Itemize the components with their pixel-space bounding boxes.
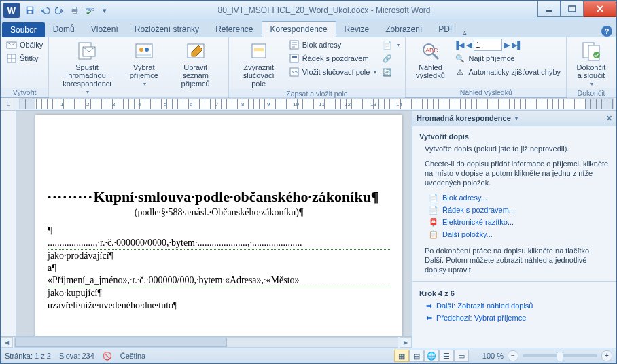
horizontal-ruler[interactable]: 1234567891011121314 [19, 98, 614, 109]
svg-rect-1 [28, 7, 33, 10]
record-number-input[interactable] [474, 39, 502, 51]
undo-icon[interactable] [39, 4, 51, 16]
zoom-in-button[interactable]: + [601, 350, 612, 361]
tab-home[interactable]: Domů [45, 22, 83, 37]
pane-link-greeting[interactable]: 📄Řádek s pozdravem... [429, 205, 610, 215]
insert-field-icon: «» [289, 67, 300, 77]
labels-icon [6, 53, 17, 64]
tab-view[interactable]: Zobrazení [377, 22, 430, 37]
pane-close-icon[interactable]: ✕ [606, 114, 612, 123]
update-labels-button[interactable]: 🔄 [381, 66, 401, 78]
start-merge-icon [76, 40, 98, 62]
view-outline[interactable]: ☰ [439, 350, 454, 362]
check-errors-button[interactable]: ⚠Automaticky zjišťovat chyby [453, 66, 562, 78]
pane-link-address-block[interactable]: 📄Blok adresy... [429, 193, 610, 202]
tab-references[interactable]: Reference [207, 22, 261, 37]
page-icon: 📄 [429, 205, 438, 215]
preview-results-button[interactable]: ABCNáhled výsledků [410, 39, 451, 81]
view-web[interactable]: 🌐 [424, 350, 439, 362]
scroll-thumb[interactable] [15, 338, 227, 347]
select-recipients-button[interactable]: Vybrat příjemce▾ [124, 39, 164, 88]
zoom-slider[interactable] [523, 354, 597, 357]
svg-text:ABC: ABC [86, 7, 94, 12]
redo-icon[interactable] [54, 4, 66, 16]
insert-field-button[interactable]: «»Vložit slučovací pole▾ [287, 66, 378, 78]
pane-link-3-label: Další položky... [442, 230, 493, 239]
svg-point-16 [139, 48, 143, 52]
view-draft[interactable]: ▭ [454, 350, 469, 362]
pane-link-more[interactable]: 📋Další položky... [429, 230, 610, 239]
scroll-track[interactable] [14, 337, 398, 348]
tab-pdf[interactable]: PDF [430, 22, 463, 37]
find-recipient-button[interactable]: 🔍Najít příjemce [453, 52, 562, 65]
spellcheck-icon[interactable]: ABC [84, 4, 96, 16]
close-button[interactable] [584, 1, 616, 17]
address-block-icon [289, 39, 300, 50]
horizontal-scrollbar[interactable]: ◀ ▶ [1, 336, 412, 348]
last-record-icon[interactable]: ▶▌ [512, 41, 523, 50]
pane-link-1-label: Řádek s pozdravem... [442, 205, 515, 215]
zoom-level[interactable]: 100 % [482, 352, 504, 360]
view-fullscreen[interactable]: ▤ [409, 350, 424, 362]
task-pane-title: Hromadná korespondence [417, 114, 511, 122]
pane-prev-link[interactable]: ⬅Předchozí: Vybrat příjemce [426, 313, 610, 323]
qat-dropdown-icon[interactable]: ▾ [99, 4, 111, 16]
status-words[interactable]: Slova: 234 [59, 352, 94, 360]
tab-review[interactable]: Revize [336, 22, 378, 37]
address-block-button[interactable]: Blok adresy [287, 39, 378, 51]
group-preview: ABCNáhled výsledků ▐◀ ◀ ▶ ▶▌ 🔍Najít příj… [406, 37, 567, 97]
minimize-ribbon-icon[interactable]: ▵ [463, 28, 467, 37]
finish-merge-button[interactable]: Dokončit a sloučit▾ [571, 39, 612, 88]
doc-line-2: ....................,·r.·č.·000000/0000,… [48, 237, 390, 250]
labels-button[interactable]: Štítky [5, 52, 44, 65]
content-area: ·········Kupní·smlouva·podle·občanského·… [1, 111, 616, 348]
status-language[interactable]: Čeština [120, 352, 145, 360]
scroll-left-icon[interactable]: ◀ [1, 337, 13, 348]
svg-rect-18 [137, 54, 151, 56]
proofing-icon[interactable]: 🚫 [103, 352, 112, 361]
highlight-fields-label: Zvýraznit slučovací pole [236, 63, 282, 88]
status-bar: Stránka: 1 z 2 Slova: 234 🚫 Čeština ▦ ▤ … [1, 348, 616, 363]
start-merge-button[interactable]: Spustit hromadnou korespondenci▾ [53, 39, 121, 96]
window-title: 80_IVT_MSOFFICE_20_Word_Ukol.docx - Micr… [112, 5, 536, 15]
pane-menu-icon[interactable]: ▾ [515, 115, 518, 122]
page-viewport[interactable]: ·········Kupní·smlouva·podle·občanského·… [16, 111, 412, 336]
group-finish-label: Dokončit [567, 88, 616, 98]
print-icon[interactable] [69, 4, 81, 16]
update-icon: 🔄 [382, 67, 393, 77]
envelopes-button[interactable]: Obálky [5, 39, 44, 51]
first-record-icon[interactable]: ▐◀ [453, 41, 464, 50]
greeting-line-button[interactable]: Řádek s pozdravem [287, 52, 378, 65]
prev-record-icon[interactable]: ◀ [466, 41, 472, 50]
view-print-layout[interactable]: ▦ [394, 350, 409, 362]
zoom-out-button[interactable]: − [508, 350, 518, 361]
match-fields-button[interactable]: 🔗 [381, 52, 401, 65]
app-menu-button[interactable]: W [3, 3, 20, 18]
next-record-icon[interactable]: ▶ [504, 41, 510, 50]
zoom-slider-thumb[interactable] [557, 352, 563, 361]
highlight-fields-button[interactable]: Zvýraznit slučovací pole [233, 39, 285, 89]
rules-button[interactable]: 📄▾ [381, 39, 401, 51]
status-page[interactable]: Stránka: 1 z 2 [5, 352, 51, 360]
select-recipients-icon [133, 40, 155, 62]
document-page[interactable]: ·········Kupní·smlouva·podle·občanského·… [35, 115, 402, 336]
tab-insert[interactable]: Vložení [83, 22, 126, 37]
vertical-ruler[interactable] [1, 111, 16, 336]
edit-recipients-button[interactable]: Upravit seznam příjemců [167, 39, 224, 89]
scroll-right-icon[interactable]: ▶ [400, 337, 412, 348]
save-icon[interactable] [24, 4, 36, 16]
pane-link-postage[interactable]: 📮Elektronické razítko... [429, 217, 610, 227]
minimize-button[interactable] [537, 1, 561, 17]
tab-layout[interactable]: Rozložení stránky [126, 22, 207, 37]
maximize-button[interactable] [561, 1, 584, 17]
file-tab[interactable]: Soubor [2, 22, 45, 37]
help-icon[interactable]: ? [601, 26, 612, 37]
doc-line-1: ¶ [48, 225, 390, 237]
tab-mailings[interactable]: Korespondence [262, 21, 336, 37]
heading-leader: ········· [48, 188, 94, 205]
pane-next-link[interactable]: ➡Další: Zobrazit náhled dopisů [426, 301, 610, 310]
tab-selector[interactable]: L [1, 98, 16, 110]
ribbon-tabs: Soubor Domů Vložení Rozložení stránky Re… [1, 20, 616, 37]
pane-link-0-label: Blok adresy... [442, 193, 487, 202]
find-icon: 🔍 [455, 53, 465, 64]
